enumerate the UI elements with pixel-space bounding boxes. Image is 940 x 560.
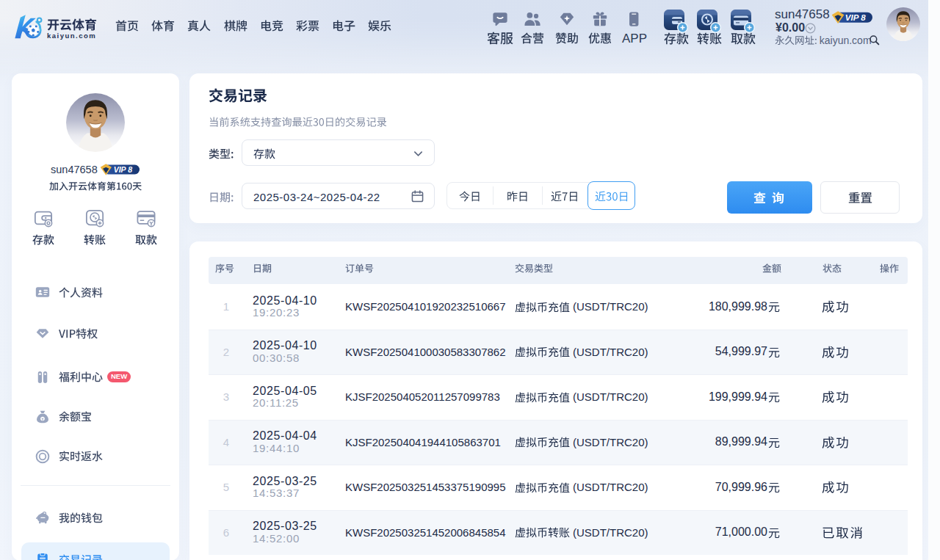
svg-text:VIP 8: VIP 8 xyxy=(845,12,866,21)
svg-text:VIP 8: VIP 8 xyxy=(114,165,133,174)
